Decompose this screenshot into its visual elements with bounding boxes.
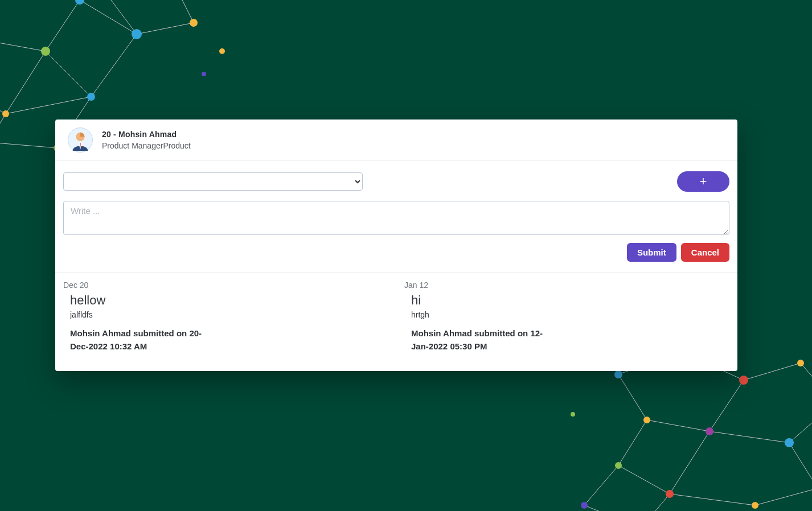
- header-subtitle: Product ManagerProduct: [102, 141, 191, 150]
- submit-button[interactable]: Submit: [627, 243, 676, 262]
- entry-meta: Mohsin Ahmad submitted on 12-Jan-2022 05…: [411, 327, 559, 353]
- form-row-select: +: [63, 171, 729, 192]
- card-header: 20 - Mohsin Ahmad Product ManagerProduct: [55, 119, 737, 161]
- svg-point-17: [614, 370, 622, 378]
- cancel-button[interactable]: Cancel: [681, 243, 729, 262]
- svg-point-10: [2, 110, 9, 117]
- write-textarea[interactable]: [63, 201, 729, 235]
- add-button[interactable]: +: [677, 171, 729, 192]
- entry-heading: hellow: [70, 293, 384, 308]
- entries-grid: Dec 20 hellow jalfldfs Mohsin Ahmad subm…: [55, 272, 737, 371]
- entry: Jan 12 hi hrtgh Mohsin Ahmad submitted o…: [396, 276, 737, 355]
- svg-point-20: [797, 360, 804, 366]
- svg-point-24: [643, 417, 650, 423]
- svg-point-11: [87, 93, 95, 101]
- entry: Dec 20 hellow jalfldfs Mohsin Ahmad subm…: [55, 276, 396, 355]
- svg-point-26: [666, 490, 674, 498]
- avatar-icon: [69, 129, 91, 151]
- svg-point-29: [581, 502, 588, 509]
- svg-point-5: [190, 19, 198, 27]
- modal-card: 20 - Mohsin Ahmad Product ManagerProduct…: [55, 119, 737, 371]
- svg-point-19: [739, 376, 748, 385]
- category-select[interactable]: [63, 172, 363, 191]
- entry-date: Jan 12: [404, 281, 725, 290]
- svg-point-22: [785, 438, 794, 447]
- svg-point-2: [75, 0, 84, 5]
- svg-point-7: [41, 47, 50, 56]
- svg-point-23: [706, 427, 713, 435]
- svg-point-16: [202, 72, 206, 76]
- header-title: 20 - Mohsin Ahmad: [102, 130, 191, 139]
- entry-body: hrtgh: [411, 310, 725, 319]
- entry-body: jalfldfs: [70, 310, 384, 319]
- entry-meta: Mohsin Ahmad submitted on 20-Dec-2022 10…: [70, 327, 218, 353]
- form-actions: Submit Cancel: [55, 240, 737, 272]
- svg-point-28: [752, 502, 758, 509]
- entry-date: Dec 20: [63, 281, 384, 290]
- svg-point-15: [219, 48, 225, 54]
- form-block: +: [55, 161, 737, 240]
- entry-heading: hi: [411, 293, 725, 308]
- svg-point-25: [615, 462, 622, 469]
- avatar: [68, 127, 93, 153]
- svg-point-6: [132, 29, 142, 39]
- svg-point-31: [571, 412, 575, 417]
